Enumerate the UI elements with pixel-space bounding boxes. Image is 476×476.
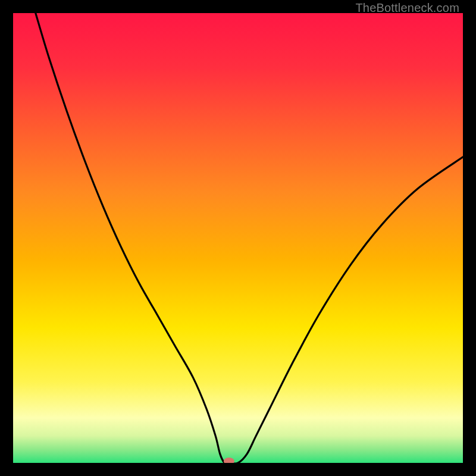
chart-frame [13,13,463,463]
chart-background [13,13,463,463]
bottleneck-chart [13,13,463,463]
watermark-text: TheBottleneck.com [355,1,459,15]
